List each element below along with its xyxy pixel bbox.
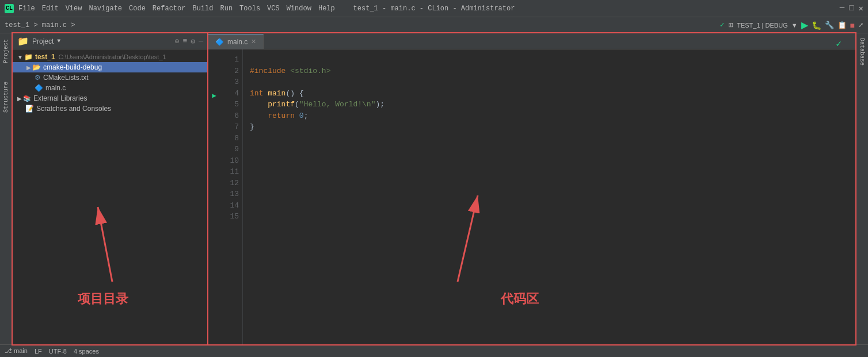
arrow-icon: ▶ bbox=[17, 95, 22, 102]
menu-vcs[interactable]: VCS bbox=[267, 5, 280, 13]
config-name: TEST_1 | DEBUG bbox=[737, 22, 787, 29]
menu-tools[interactable]: Tools bbox=[239, 5, 260, 13]
left-sidebar-tabs: Project Structure bbox=[0, 33, 13, 344]
status-indent: 4 spaces bbox=[74, 348, 99, 355]
tree-item-label: Scratches and Consoles bbox=[36, 105, 111, 113]
menu-code[interactable]: Code bbox=[129, 5, 146, 13]
project-folder-icon: 📁 bbox=[17, 36, 29, 47]
tab-close-button[interactable]: ✕ bbox=[251, 38, 256, 45]
project-icon-settings[interactable]: ⚙ bbox=[191, 37, 195, 46]
line-num-5: 5 bbox=[220, 99, 239, 110]
line-num-7: 7 bbox=[220, 121, 239, 133]
title-bar: CL File Edit View Navigate Code Refactor… bbox=[0, 0, 868, 17]
line-num-1: 1 bbox=[220, 54, 239, 66]
editor-tab-mainc[interactable]: 🔷 main.c ✕ bbox=[208, 34, 264, 49]
status-bar: ⎇ main LF UTF-8 4 spaces bbox=[0, 344, 868, 357]
project-icon-add[interactable]: ⊕ bbox=[175, 37, 180, 46]
tree-item-label: cmake-build-debug bbox=[43, 63, 102, 71]
tree-item-path: C:\Users\Administrator\Desktop\test_1 bbox=[59, 53, 166, 60]
breadcrumb-text: test_1 > main.c > bbox=[5, 21, 75, 29]
menu-window[interactable]: Window bbox=[287, 5, 311, 13]
tree-item-label: test_1 bbox=[35, 53, 55, 61]
menu-bar[interactable]: File Edit View Navigate Code Refactor Bu… bbox=[18, 5, 335, 13]
menu-navigate[interactable]: Navigate bbox=[89, 5, 122, 13]
line-numbers: 1 2 3 4 5 6 7 8 9 10 11 12 13 14 15 bbox=[220, 49, 243, 344]
tree-item-cmake-build[interactable]: ▶ 📂 cmake-build-debug bbox=[13, 62, 208, 72]
window-controls[interactable]: ─ □ ✕ bbox=[840, 3, 863, 13]
minimize-button[interactable]: ─ bbox=[840, 3, 844, 13]
project-panel-icons[interactable]: ⊕ ≡ ⚙ — bbox=[175, 37, 203, 46]
menu-run[interactable]: Run bbox=[220, 5, 233, 13]
run-inline-button[interactable]: ▶ bbox=[212, 91, 216, 100]
menu-refactor[interactable]: Refactor bbox=[153, 5, 186, 13]
tree-item-scratches[interactable]: 📝 Scratches and Consoles bbox=[13, 103, 208, 114]
c-file-icon: 🔷 bbox=[35, 84, 43, 92]
line-num-12: 12 bbox=[220, 178, 239, 189]
run-config-check: ✓ bbox=[719, 21, 725, 29]
path-toolbar-bar: test_1 > main.c > ✓ ⊞ TEST_1 | DEBUG ▼ ▶… bbox=[0, 17, 868, 33]
annotation-text-code: 代码区 bbox=[501, 291, 539, 306]
run-button[interactable]: ▶ bbox=[801, 20, 808, 30]
tree-item-mainc[interactable]: 🔷 main.c bbox=[13, 83, 208, 93]
status-git: ⎇ main bbox=[5, 347, 28, 355]
tree-item-label: main.c bbox=[45, 84, 66, 92]
cmake-icon: ⚙ bbox=[35, 74, 41, 82]
sidebar-tab-structure[interactable]: Structure bbox=[1, 78, 11, 116]
breadcrumb: test_1 > main.c > bbox=[5, 21, 75, 29]
line-num-10: 10 bbox=[220, 155, 239, 167]
maximize-button[interactable]: □ bbox=[849, 3, 854, 13]
sidebar-tab-database[interactable]: Database bbox=[857, 33, 867, 70]
stop-button[interactable]: ■ bbox=[850, 21, 855, 30]
code-content[interactable]: #include <stdio.h> int main() { printf("… bbox=[243, 49, 855, 344]
config-dropdown[interactable]: ▼ bbox=[791, 22, 798, 29]
right-sidebar: Database bbox=[855, 33, 868, 344]
run-toolbar: ✓ ⊞ TEST_1 | DEBUG ▼ ▶ 🐛 🔧 📋 ■ ⤢ bbox=[719, 20, 863, 30]
line-6: } bbox=[250, 122, 254, 131]
project-panel-title: Project bbox=[32, 37, 54, 45]
close-button[interactable]: ✕ bbox=[859, 3, 863, 13]
title-bar-left: CL File Edit View Navigate Code Refactor… bbox=[5, 4, 335, 13]
lib-icon: 📚 bbox=[23, 95, 31, 102]
line-num-3: 3 bbox=[220, 76, 239, 88]
tab-file-icon: 🔷 bbox=[215, 38, 224, 46]
menu-file[interactable]: File bbox=[18, 5, 35, 13]
profile-button[interactable]: 🔧 bbox=[825, 21, 834, 29]
folder-icon: 📁 bbox=[24, 53, 33, 61]
project-panel-dropdown[interactable]: ▼ bbox=[57, 38, 60, 44]
line-num-8: 8 bbox=[220, 133, 239, 144]
status-encoding: UTF-8 bbox=[49, 348, 67, 355]
line-num-14: 14 bbox=[220, 200, 239, 212]
main-layout: Project Structure 📁 Project ▼ ⊕ ≡ ⚙ — ▼ … bbox=[0, 33, 868, 344]
line-num-2: 2 bbox=[220, 66, 239, 77]
line-4: printf("Hello, World!\n"); bbox=[250, 100, 384, 109]
editor-maximize-button[interactable]: ⤢ bbox=[858, 21, 863, 29]
project-icon-sync[interactable]: ≡ bbox=[183, 37, 188, 46]
project-icon-minimize[interactable]: — bbox=[199, 37, 203, 46]
run-gutter-play[interactable]: ▶ bbox=[208, 91, 220, 101]
editor-tabs: 🔷 main.c ✕ bbox=[208, 33, 855, 49]
layout-button[interactable]: ⊞ bbox=[728, 21, 733, 29]
app-logo: CL bbox=[5, 4, 14, 13]
annotation-text-project: 项目目录 bbox=[78, 291, 128, 306]
build-folder-icon: 📂 bbox=[32, 63, 41, 71]
line-num-9: 9 bbox=[220, 144, 239, 155]
editor-check-mark: ✓ bbox=[836, 38, 842, 49]
line-num-11: 11 bbox=[220, 166, 239, 178]
cover-button[interactable]: 📋 bbox=[837, 21, 847, 29]
menu-view[interactable]: View bbox=[66, 5, 82, 13]
run-gutter: ▶ bbox=[208, 49, 220, 344]
scratches-icon: 📝 bbox=[25, 105, 34, 113]
menu-edit[interactable]: Edit bbox=[42, 5, 59, 13]
tree-item-test1[interactable]: ▼ 📁 test_1 C:\Users\Administrator\Deskto… bbox=[13, 52, 208, 62]
tree-item-ext-libs[interactable]: ▶ 📚 External Libraries bbox=[13, 93, 208, 103]
right-annotation-label: 代码区 bbox=[501, 290, 539, 308]
menu-help[interactable]: Help bbox=[318, 5, 335, 13]
menu-build[interactable]: Build bbox=[192, 5, 213, 13]
line-1: #include <stdio.h> bbox=[250, 67, 330, 75]
line-num-6: 6 bbox=[220, 110, 239, 122]
tree-item-cmakelists[interactable]: ⚙ CMakeLists.txt bbox=[13, 72, 208, 83]
arrow-icon: ▶ bbox=[26, 64, 31, 71]
line-num-4: 4 bbox=[220, 88, 239, 99]
debug-button[interactable]: 🐛 bbox=[812, 21, 821, 30]
sidebar-tab-project[interactable]: Project bbox=[1, 36, 11, 67]
